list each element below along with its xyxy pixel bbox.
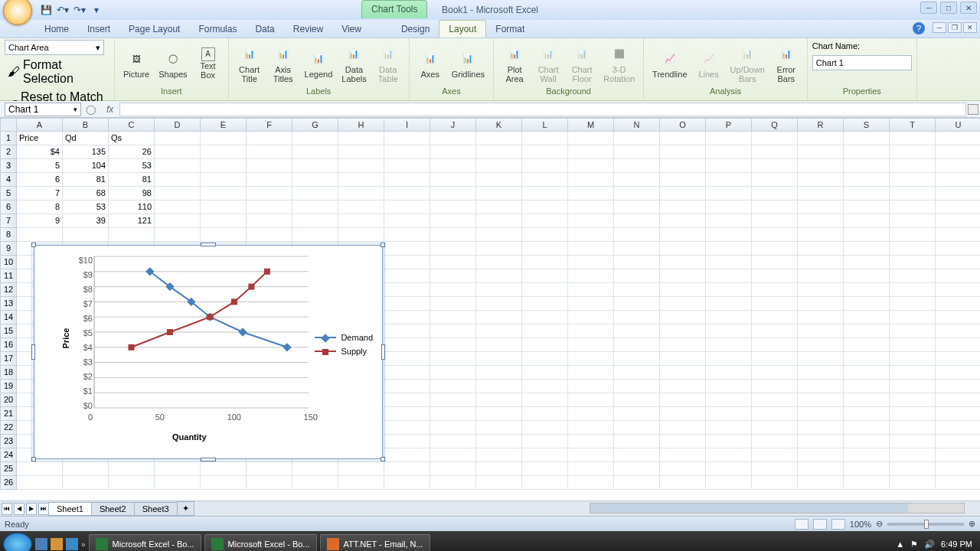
cell[interactable]: 9 — [17, 214, 63, 228]
zoom-slider[interactable] — [887, 523, 964, 526]
column-header[interactable]: U — [936, 118, 980, 132]
cell[interactable] — [614, 145, 660, 159]
cell[interactable] — [752, 187, 798, 201]
cell[interactable] — [752, 352, 798, 366]
cell[interactable] — [155, 187, 201, 201]
row-header[interactable]: 22 — [0, 421, 17, 435]
column-header[interactable]: T — [890, 118, 936, 132]
row-header[interactable]: 19 — [0, 380, 17, 393]
cell[interactable] — [384, 448, 430, 462]
cell[interactable] — [384, 476, 430, 490]
cell[interactable] — [614, 297, 660, 311]
cell[interactable] — [752, 366, 798, 380]
cell[interactable] — [660, 159, 706, 173]
cell[interactable] — [384, 462, 430, 476]
cell[interactable] — [568, 145, 614, 159]
save-icon[interactable]: 💾 — [40, 4, 52, 16]
resize-handle[interactable] — [31, 457, 36, 461]
row-header[interactable]: 24 — [0, 448, 17, 462]
cell[interactable] — [384, 269, 430, 283]
cell[interactable] — [430, 366, 476, 380]
cell[interactable] — [522, 283, 568, 297]
cell[interactable] — [798, 256, 844, 269]
name-box[interactable]: Chart 1▾ — [5, 103, 81, 116]
tab-formulas[interactable]: Formulas — [189, 21, 246, 37]
cell[interactable] — [476, 324, 522, 338]
cell[interactable] — [936, 297, 980, 311]
cell[interactable] — [890, 448, 936, 462]
cell[interactable] — [476, 297, 522, 311]
cell[interactable] — [752, 338, 798, 352]
cell[interactable] — [798, 435, 844, 448]
cell[interactable] — [292, 159, 338, 173]
formula-expand-icon[interactable] — [968, 104, 978, 115]
column-header[interactable]: K — [476, 118, 522, 132]
cell[interactable] — [890, 228, 936, 242]
cell[interactable] — [660, 366, 706, 380]
cell[interactable] — [109, 462, 155, 476]
cell[interactable] — [568, 435, 614, 448]
cell[interactable] — [476, 159, 522, 173]
cell[interactable] — [384, 352, 430, 366]
cell[interactable] — [706, 145, 752, 159]
cell[interactable] — [430, 435, 476, 448]
cell[interactable] — [660, 242, 706, 256]
cell[interactable] — [706, 214, 752, 228]
cell[interactable] — [292, 187, 338, 201]
cell[interactable] — [384, 421, 430, 435]
cell[interactable] — [614, 269, 660, 283]
cell[interactable]: 53 — [109, 159, 155, 173]
cell[interactable]: 5 — [17, 159, 63, 173]
new-sheet-button[interactable]: ✦ — [177, 501, 194, 516]
cell[interactable] — [936, 242, 980, 256]
column-header[interactable]: H — [338, 118, 384, 132]
row-header[interactable]: 13 — [0, 297, 17, 311]
row-header[interactable]: 6 — [0, 201, 17, 214]
cell[interactable] — [798, 462, 844, 476]
column-header[interactable]: R — [798, 118, 844, 132]
cell[interactable] — [752, 421, 798, 435]
cell[interactable] — [798, 283, 844, 297]
cell[interactable] — [706, 173, 752, 187]
cell[interactable]: 110 — [109, 201, 155, 214]
taskbar-item-excel-2[interactable]: Microsoft Excel - Bo... — [204, 534, 317, 551]
cell[interactable] — [292, 476, 338, 490]
resize-handle[interactable] — [381, 457, 385, 461]
plot-area-button[interactable]: 📊Plot Area — [498, 41, 531, 86]
cell[interactable] — [522, 421, 568, 435]
cell[interactable] — [247, 159, 292, 173]
cell[interactable] — [844, 283, 890, 297]
cell[interactable]: 81 — [109, 173, 155, 187]
cell[interactable] — [706, 311, 752, 324]
column-header[interactable]: B — [63, 118, 109, 132]
cell[interactable] — [201, 145, 247, 159]
cell[interactable] — [568, 214, 614, 228]
cell[interactable] — [568, 256, 614, 269]
cell[interactable] — [614, 324, 660, 338]
cell[interactable] — [660, 214, 706, 228]
cell[interactable] — [660, 435, 706, 448]
cell[interactable] — [844, 214, 890, 228]
cell[interactable] — [890, 283, 936, 297]
cell[interactable] — [568, 407, 614, 421]
cell[interactable] — [752, 132, 798, 145]
column-header[interactable]: E — [201, 118, 247, 132]
row-header[interactable]: 5 — [0, 187, 17, 201]
undo-icon[interactable]: ↶▾ — [57, 4, 69, 16]
cell[interactable] — [430, 476, 476, 490]
cell[interactable] — [890, 380, 936, 393]
cell[interactable] — [844, 132, 890, 145]
cell[interactable] — [706, 462, 752, 476]
cell[interactable] — [476, 448, 522, 462]
sheet-nav-next[interactable]: ▶ — [26, 503, 37, 515]
formula-input[interactable] — [119, 103, 966, 116]
plot-area[interactable] — [94, 256, 309, 408]
horizontal-scrollbar[interactable] — [590, 503, 965, 514]
cell[interactable] — [614, 228, 660, 242]
cell[interactable] — [660, 228, 706, 242]
row-header[interactable]: 2 — [0, 145, 17, 159]
format-selection-button[interactable]: 🖌Format Selection — [5, 57, 109, 87]
cell[interactable] — [522, 448, 568, 462]
row-header[interactable]: 26 — [0, 476, 17, 490]
data-labels-button[interactable]: 📊Data Labels — [338, 41, 370, 86]
